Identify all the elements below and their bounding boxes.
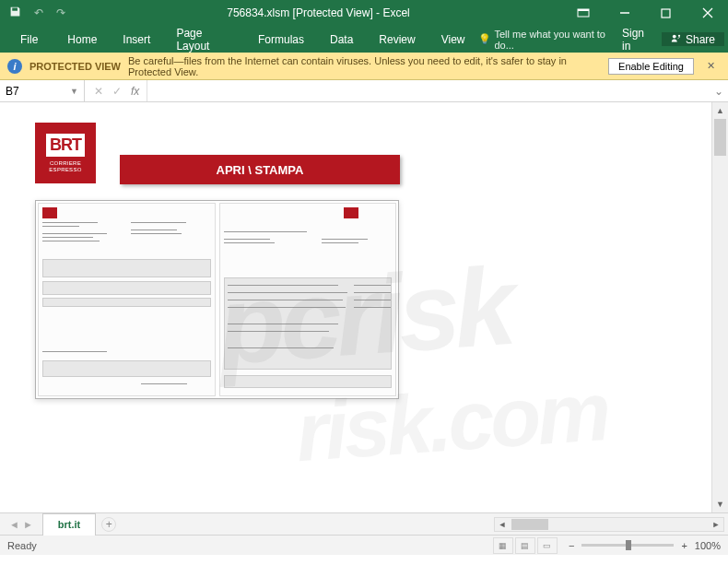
share-icon (671, 32, 682, 46)
fx-icon[interactable]: fx (131, 85, 147, 98)
undo-icon[interactable]: ↶ (34, 6, 43, 19)
zoom-level[interactable]: 100% (695, 540, 721, 551)
close-icon[interactable] (687, 0, 728, 26)
info-icon: i (7, 59, 22, 74)
tab-file[interactable]: File (4, 26, 54, 53)
protected-view-text: Be careful—files from the Internet can c… (128, 55, 601, 77)
minimize-icon[interactable] (604, 0, 645, 26)
apri-stampa-button[interactable]: APRI \ STAMPA (120, 155, 400, 184)
save-icon[interactable] (9, 6, 21, 20)
window-title: 756834.xlsm [Protected View] - Excel (75, 6, 562, 19)
tab-home[interactable]: Home (54, 26, 110, 53)
bulb-icon: 💡 (478, 33, 491, 45)
svg-rect-1 (578, 9, 589, 11)
cancel-formula-icon: ✕ (94, 85, 103, 98)
worksheet-area[interactable]: BRT CORRIERE ESPRESSO APRI \ STAMPA (0, 102, 711, 512)
document-page-1 (38, 203, 216, 396)
sheet-nav-prev-icon[interactable]: ◄ (9, 519, 19, 530)
scroll-left-icon[interactable]: ◄ (495, 520, 510, 529)
add-sheet-button[interactable]: + (101, 517, 116, 532)
redo-icon[interactable]: ↷ (56, 6, 65, 19)
document-preview (35, 200, 399, 399)
close-msgbar-icon[interactable]: ✕ (701, 60, 721, 72)
tab-review[interactable]: Review (366, 26, 428, 53)
maximize-icon[interactable] (645, 0, 687, 26)
tab-page-layout[interactable]: Page Layout (163, 26, 245, 53)
view-pagebreak-icon[interactable]: ▭ (537, 537, 558, 554)
chevron-down-icon[interactable]: ▼ (70, 87, 78, 96)
zoom-slider[interactable] (581, 544, 674, 547)
share-button[interactable]: Share (662, 32, 724, 46)
tab-formulas[interactable]: Formulas (245, 26, 317, 53)
tab-insert[interactable]: Insert (110, 26, 163, 53)
svg-point-6 (673, 35, 676, 39)
tab-view[interactable]: View (429, 26, 478, 53)
svg-rect-3 (662, 9, 670, 18)
svg-point-7 (678, 35, 680, 37)
brt-logo: BRT CORRIERE ESPRESSO (35, 123, 96, 183)
signin-button[interactable]: Sign in (613, 27, 662, 53)
view-normal-icon[interactable]: ▦ (493, 537, 513, 554)
document-page-2 (219, 203, 397, 396)
protected-view-label: PROTECTED VIEW (29, 61, 121, 72)
view-pagelayout-icon[interactable]: ▤ (515, 537, 535, 554)
formula-input[interactable] (147, 80, 710, 101)
enable-editing-button[interactable]: Enable Editing (608, 58, 694, 75)
horizontal-scrollbar[interactable]: ◄ ► (494, 517, 724, 532)
scroll-down-icon[interactable]: ▼ (712, 496, 728, 512)
name-box[interactable]: B7 ▼ (0, 80, 85, 101)
expand-formula-icon[interactable]: ⌄ (710, 85, 728, 98)
sheet-nav-next-icon[interactable]: ► (23, 519, 33, 530)
vertical-scrollbar[interactable]: ▲ ▼ (711, 102, 728, 512)
scroll-right-icon[interactable]: ► (709, 520, 723, 529)
scroll-thumb[interactable] (714, 119, 726, 156)
accept-formula-icon: ✓ (112, 85, 122, 98)
status-ready: Ready (7, 540, 37, 551)
hscroll-thumb[interactable] (511, 519, 548, 530)
tellme-search[interactable]: 💡 Tell me what you want to do... (478, 29, 613, 51)
brt-mini-logo-icon (344, 207, 358, 218)
tab-data[interactable]: Data (317, 26, 366, 53)
brt-mini-logo-icon (42, 207, 57, 218)
protected-view-bar: i PROTECTED VIEW Be careful—files from t… (0, 53, 728, 80)
ribbon-options-icon[interactable] (562, 0, 604, 26)
zoom-in-button[interactable]: + (681, 540, 687, 551)
scroll-up-icon[interactable]: ▲ (712, 102, 728, 119)
zoom-out-button[interactable]: − (569, 540, 574, 551)
sheet-tab-brt[interactable]: brt.it (42, 513, 96, 536)
